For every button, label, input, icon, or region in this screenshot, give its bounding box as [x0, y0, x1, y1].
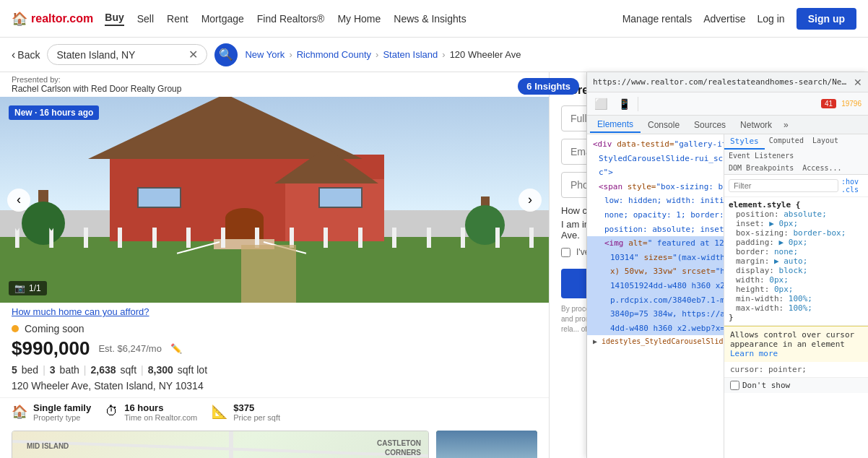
nav-find-realtors[interactable]: Find Realtors® — [257, 13, 325, 25]
dt-tab-sources[interactable]: Sources — [687, 118, 733, 132]
devtools-close-button[interactable]: ✕ — [854, 77, 862, 88]
styles-tab-dom[interactable]: DOM Breakpoints — [724, 162, 798, 174]
breadcrumb-staten-island[interactable]: Staten Island — [383, 49, 438, 60]
dt-line-10: x) 50vw, 33vw" srcset="https://an.rdcpix… — [587, 264, 724, 279]
sep2: | — [84, 364, 87, 376]
price-per-sqft-label: $375 — [233, 402, 280, 413]
insights-badge[interactable]: 6 Insights — [518, 78, 579, 95]
devtools-device-button[interactable]: 📱 — [614, 95, 635, 113]
signup-button[interactable]: Sign up — [797, 8, 856, 30]
search-button[interactable]: 🔍 — [214, 43, 238, 66]
breadcrumb-richmond-county[interactable]: Richmond County — [297, 49, 371, 60]
edit-payment-icon[interactable]: ✏️ — [170, 343, 182, 354]
dt-tab-elements[interactable]: Elements — [590, 117, 641, 133]
cursor-prop: cursor: pointer; — [724, 362, 868, 377]
nav-rent[interactable]: Rent — [167, 13, 188, 25]
devtools-inspect-button[interactable]: ⬜ — [590, 95, 612, 113]
baths-label: bath — [60, 364, 79, 376]
sep3: | — [141, 364, 144, 376]
property-type-sublabel: Property type — [33, 413, 91, 422]
logo-text: realtor.com — [31, 12, 93, 25]
window-left — [137, 187, 181, 208]
clear-icon[interactable]: ✕ — [188, 48, 198, 61]
back-chevron-icon: ‹ — [12, 48, 15, 61]
window-right — [318, 187, 363, 208]
nav-buy[interactable]: Buy — [105, 12, 123, 26]
styles-filter-row: :hov .cls — [724, 175, 868, 197]
dt-line-8[interactable]: <img alt=" featured at 120 Wheeler Ave, … — [587, 236, 724, 251]
error-count-badge: 41 — [821, 99, 836, 108]
dt-line-2: StyledCarouselSlide-rui_sc-1vo8oth-0 dMD… — [587, 152, 724, 166]
advertise-link[interactable]: Advertise — [703, 13, 745, 25]
sqft-value: 2,638 — [90, 364, 116, 376]
breadcrumb: New York › Richmond County › Staten Isla… — [245, 49, 521, 60]
dt-line-14: 4dd-w480 h360 x2.webp?x=2648q=75 2648w, … — [587, 321, 724, 336]
house-icon: 🏠 — [12, 11, 27, 27]
price: $990,000 — [12, 337, 90, 360]
dt-tab-network[interactable]: Network — [733, 118, 779, 132]
dont-show-checkbox[interactable] — [730, 381, 739, 390]
nav-mortgage[interactable]: Mortgage — [201, 13, 244, 25]
devtools-header: https://www.realtor.com/realestateandhom… — [587, 72, 868, 92]
map-castleton-label: CASTLETON CORNERS — [377, 438, 421, 457]
beds-value: 5 — [12, 364, 17, 376]
affordability-link[interactable]: How much home can you afford? — [12, 306, 149, 317]
map-mid-island-label: MID ISLAND — [27, 442, 69, 450]
price-per-sqft-item: 📐 $375 Price per sqft — [212, 402, 280, 422]
header: 🏠 realtor.com Buy Sell Rent Mortgage Fin… — [0, 0, 868, 38]
dt-line-9: 10314" sizes="(max-width: 768px) 100vw, … — [587, 251, 724, 265]
search-box[interactable]: ✕ — [47, 44, 207, 65]
logo[interactable]: 🏠 realtor.com — [12, 11, 93, 27]
dt-line-3: c"> — [587, 165, 724, 180]
property-image-wrap: New · 16 hours ago ‹ › 📷 1/1 — [0, 97, 549, 303]
house-scene — [0, 97, 549, 303]
hov-cls-label: :hov .cls — [841, 178, 864, 194]
walkway — [241, 245, 296, 303]
element-style-block: element.style { position: absolute; inse… — [724, 197, 868, 326]
devtools-tabs: Elements Console Sources Network » — [587, 116, 868, 134]
status-text: Coming soon — [25, 323, 84, 334]
back-button[interactable]: ‹ Back — [12, 48, 40, 61]
styles-filter-input[interactable] — [729, 179, 838, 192]
property-type-label: Single family — [33, 402, 91, 413]
elements-panel: <div data-testid="gallery-item" class="C… — [587, 134, 724, 458]
price-per-sqft-sublabel: Price per sqft — [233, 413, 280, 422]
dt-tab-console[interactable]: Console — [641, 118, 687, 132]
map-thumb-row: MID ISLAND Victory Blvd CASTLETON CORNER… — [0, 426, 549, 458]
property-details-row: 5 bed | 3 bath | 2,638 sqft | 8,300 sqft… — [0, 363, 549, 379]
dt-line-7: position: absolute; inset: 0px;"> — [587, 222, 724, 237]
camera-icon: 📷 — [14, 283, 25, 293]
baths-value: 3 — [50, 364, 56, 376]
breadcrumb-sep-1: › — [289, 49, 292, 60]
next-photo-button[interactable]: › — [518, 189, 542, 212]
tooltip-text: Allows control over cursor appearance in… — [730, 330, 862, 349]
nav-news-insights[interactable]: News & Insights — [394, 13, 466, 25]
styles-tab-layout[interactable]: Layout — [808, 134, 843, 150]
garage-roof — [274, 147, 378, 183]
manage-rentals-link[interactable]: Manage rentals — [622, 13, 693, 25]
learn-more-link[interactable]: Learn more — [730, 349, 778, 358]
login-button[interactable]: Log in — [758, 13, 785, 25]
sep1: | — [43, 364, 45, 376]
styles-tab-events[interactable]: Event Listeners — [724, 150, 798, 162]
affordability-link-wrap: How much home can you afford? — [0, 303, 549, 320]
dt-line-15: ▶ idestyles_StyledCarouselSlide-rui_sc-1… — [587, 335, 724, 348]
price-row: $990,000 Est. $6,247/mo ✏️ — [0, 336, 549, 363]
prev-photo-button[interactable]: ‹ — [7, 189, 30, 212]
back-label: Back — [17, 49, 40, 61]
served-checkbox[interactable] — [561, 248, 570, 257]
dt-line-5: low: hidden; width: initial; height: ini… — [587, 194, 724, 208]
styles-tab-access[interactable]: Access... — [798, 162, 846, 174]
dt-line-12: p.rdcpix.com/3840eb7.1-m314105192dd-w480… — [587, 293, 724, 308]
search-input[interactable] — [56, 49, 183, 61]
new-badge: New · 16 hours ago — [9, 105, 99, 120]
dt-line-6: none; opacity: 1; border: 0px; margin: 0… — [587, 208, 724, 222]
dt-tab-more[interactable]: » — [779, 118, 793, 132]
styles-tab-styles[interactable]: Styles — [724, 134, 765, 150]
map-container: MID ISLAND Victory Blvd CASTLETON CORNER… — [12, 431, 429, 458]
status-row: Coming soon — [0, 320, 549, 336]
nav-my-home[interactable]: My Home — [337, 13, 381, 25]
styles-tab-computed[interactable]: Computed — [765, 134, 808, 150]
nav-sell[interactable]: Sell — [137, 13, 154, 25]
breadcrumb-new-york[interactable]: New York — [245, 49, 285, 60]
